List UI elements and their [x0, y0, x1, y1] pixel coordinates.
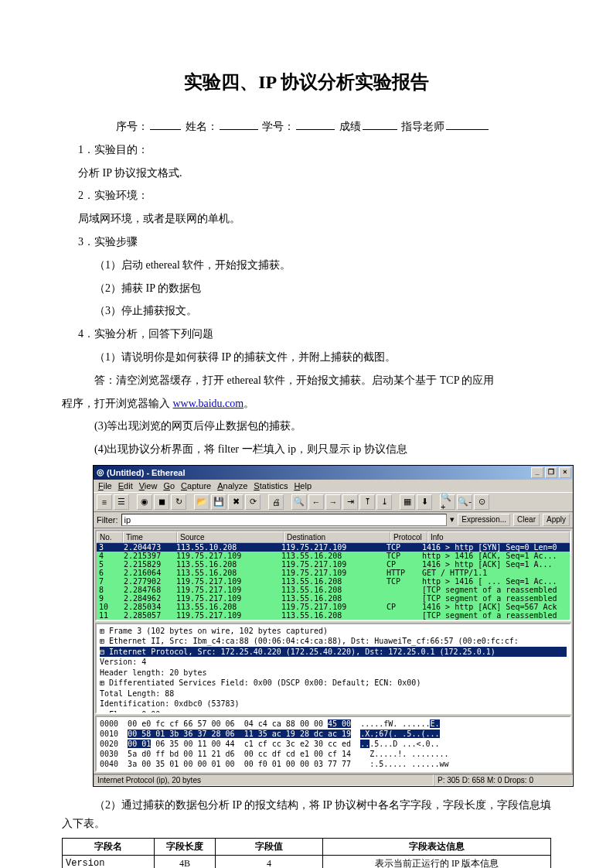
packet-bytes-pane[interactable]: 0000 00 e0 fc cf 66 57 00 06 04 c4 ca 88… — [95, 716, 571, 772]
table-row: Version 4B 4 表示当前正运行的 IP 版本信息 — [63, 855, 551, 868]
sec-3-1: （1）启动 ethereal 软件，开始报文捕获。 — [62, 256, 551, 275]
hex-line[interactable]: 0040 3a 00 35 01 00 00 01 00 00 f0 01 00… — [100, 759, 567, 769]
detail-line[interactable]: Version: 4 — [100, 657, 567, 668]
packet-row[interactable]: 102.285034113.55.16.208119.75.217.109CP1… — [97, 603, 570, 611]
tb-restart-icon[interactable]: ↻ — [171, 494, 186, 510]
blank-seq[interactable] — [150, 118, 181, 130]
expression-button[interactable]: Expression... — [458, 514, 510, 526]
menu-edit[interactable]: Edit — [118, 481, 133, 490]
status-left: Internet Protocol (ip), 20 bytes — [94, 774, 434, 786]
status-bar: Internet Protocol (ip), 20 bytes P: 305 … — [94, 774, 573, 786]
menu-capture[interactable]: Capture — [181, 481, 211, 490]
tb-close-icon[interactable]: ✖ — [228, 494, 243, 510]
tb-autoscroll-icon[interactable]: ⬇ — [417, 494, 432, 510]
blank-teacher[interactable] — [446, 118, 489, 130]
packet-row[interactable]: 42.215397119.75.217.109113.55.16.208TCPh… — [97, 552, 570, 560]
menu-analyze[interactable]: Analyze — [217, 481, 247, 490]
hex-line[interactable]: 0010 00 58 01 3b 36 37 28 06 11 35 ac 19… — [100, 729, 567, 739]
packet-list-header: No. Time Source Destination Protocol Inf… — [97, 531, 570, 543]
ethereal-window: ◎ (Untitled) - Ethereal _ ❐ × File Edit … — [93, 465, 574, 787]
minimize-button[interactable]: _ — [531, 467, 543, 478]
hex-line[interactable]: 0020 00 01 06 35 00 11 00 44 c1 cf cc 3c… — [100, 739, 567, 749]
hdr-dst[interactable]: Destination — [284, 531, 390, 543]
packet-row[interactable]: 92.284962119.75.217.109113.55.16.208[TCP… — [97, 594, 570, 603]
maximize-button[interactable]: ❐ — [545, 467, 557, 478]
blank-sid[interactable] — [296, 118, 335, 130]
blank-name[interactable] — [220, 118, 258, 130]
label-sid: 学号： — [262, 121, 295, 132]
window-title: (Untitled) - Ethereal — [107, 468, 185, 477]
tb-start-icon[interactable]: ◉ — [137, 494, 152, 510]
close-button[interactable]: × — [559, 467, 571, 478]
tb-save-icon[interactable]: 💾 — [211, 494, 226, 510]
packet-row[interactable]: 112.285057119.75.217.109113.55.16.208[TC… — [97, 611, 570, 620]
detail-line[interactable]: Total Length: 88 — [100, 689, 567, 699]
menu-help[interactable]: Help — [294, 481, 312, 490]
tb-reload-icon[interactable]: ⟳ — [245, 494, 261, 510]
tb-back-icon[interactable]: ← — [308, 494, 324, 510]
td-len: 4B — [155, 855, 216, 868]
filter-input[interactable] — [121, 514, 448, 526]
tb-zoom100-icon[interactable]: ⊙ — [474, 494, 489, 510]
clear-button[interactable]: Clear — [513, 514, 540, 526]
sec-4-3: (3)等出现浏览的网页后停止数据包的捕获。 — [62, 417, 551, 436]
tb-zoomin-icon[interactable]: 🔍+ — [440, 494, 455, 510]
filter-dropdown-icon[interactable]: ▾ — [450, 514, 455, 525]
detail-line[interactable]: Header length: 20 bytes — [100, 668, 567, 678]
packet-row[interactable]: 82.284768119.75.217.109113.55.16.208[TCP… — [97, 586, 570, 594]
table-header-row: 字段名 字段长度 字段值 字段表达信息 — [63, 838, 551, 855]
tb-print-icon[interactable]: 🖨 — [268, 494, 284, 510]
status-right: P: 305 D: 658 M: 0 Drops: 0 — [434, 774, 573, 786]
hdr-proto[interactable]: Protocol — [390, 531, 427, 543]
label-teacher: 指导老师 — [401, 121, 444, 132]
ans-line-b: 程序，打开浏览器输入 — [62, 398, 173, 409]
hdr-time[interactable]: Time — [123, 531, 177, 543]
detail-line[interactable]: ⊞ Flags: 0x00 — [100, 709, 567, 714]
menu-file[interactable]: File — [98, 481, 112, 490]
hdr-info[interactable]: Info — [427, 531, 570, 543]
tb-goto-icon[interactable]: ⇥ — [342, 494, 358, 510]
tb-find-icon[interactable]: 🔍 — [291, 494, 307, 510]
label-seq: 序号： — [116, 121, 148, 132]
detail-line[interactable]: ⊞ Frame 3 (102 bytes on wire, 102 bytes … — [100, 626, 567, 637]
detail-line[interactable]: ⊞ Ethernet II, Src: Ibm_c4:ca:88 (00:06:… — [100, 636, 567, 647]
packet-details-pane[interactable]: ⊞ Frame 3 (102 bytes on wire, 102 bytes … — [95, 623, 571, 714]
sec-4-1-ans-b: 程序，打开浏览器输入 www.baidu.com。 — [62, 395, 551, 413]
packet-row[interactable]: 32.204473113.55.10.208119.75.217.109TCP1… — [97, 543, 570, 552]
filter-label: Filter: — [97, 515, 118, 525]
tb-options-icon[interactable]: ☰ — [114, 494, 129, 510]
label-score: 成绩 — [339, 121, 361, 132]
tb-last-icon[interactable]: ⤓ — [376, 494, 392, 510]
packet-row[interactable]: 72.277902119.75.217.109113.55.16.208TCPh… — [97, 577, 570, 586]
tb-stop-icon[interactable]: ◼ — [154, 494, 169, 510]
tb-open-icon[interactable]: 📂 — [194, 494, 209, 510]
blank-score[interactable] — [363, 118, 397, 130]
hdr-no[interactable]: No. — [97, 531, 123, 543]
tb-fwd-icon[interactable]: → — [325, 494, 341, 510]
tb-first-icon[interactable]: ⤒ — [359, 494, 375, 510]
apply-button[interactable]: Apply — [543, 514, 570, 526]
detail-line[interactable]: Identification: 0xdbc0 (53783) — [100, 699, 567, 709]
tb-color-icon[interactable]: ▦ — [400, 494, 415, 510]
hex-line[interactable]: 0000 00 e0 fc cf 66 57 00 06 04 c4 ca 88… — [100, 719, 567, 729]
menu-go[interactable]: Go — [163, 481, 175, 490]
form-line: 序号： 姓名： 学号： 成绩 指导老师 — [62, 118, 551, 136]
label-name: 姓名： — [186, 121, 218, 132]
menu-view[interactable]: View — [139, 481, 158, 490]
packet-list-pane: No. Time Source Destination Protocol Inf… — [95, 530, 571, 621]
hdr-src[interactable]: Source — [177, 531, 284, 543]
detail-line[interactable]: ⊟ Internet Protocol, Src: 172.25.40.220 … — [100, 647, 567, 658]
menu-statistics[interactable]: Statistics — [254, 481, 288, 490]
link-baidu[interactable]: www.baidu.com — [173, 398, 244, 409]
sec-4-1: （1）请说明你是如何获得 IP 的捕获文件，并附上捕获的截图。 — [62, 348, 551, 367]
sec-1-body: 分析 IP 协议报文格式. — [62, 164, 551, 183]
th-val: 字段值 — [216, 838, 323, 855]
tb-zoomout-icon[interactable]: 🔍- — [457, 494, 472, 510]
hex-line[interactable]: 0030 5a d0 ff bd 00 11 21 d6 00 cc df cd… — [100, 749, 567, 759]
packet-row[interactable]: 62.216064113.55.16.208119.75.217.109HTTP… — [97, 569, 570, 577]
sec-2-body: 局域网环境，或者是联网的单机。 — [62, 210, 551, 228]
tb-iflist-icon[interactable]: ≡ — [97, 494, 112, 510]
packet-row[interactable]: 52.215829113.55.16.208119.75.217.109CP14… — [97, 560, 570, 569]
page-title: 实验四、IP 协议分析实验报告 — [62, 70, 551, 94]
detail-line[interactable]: ⊞ Differentiated Services Field: 0x00 (D… — [100, 678, 567, 689]
